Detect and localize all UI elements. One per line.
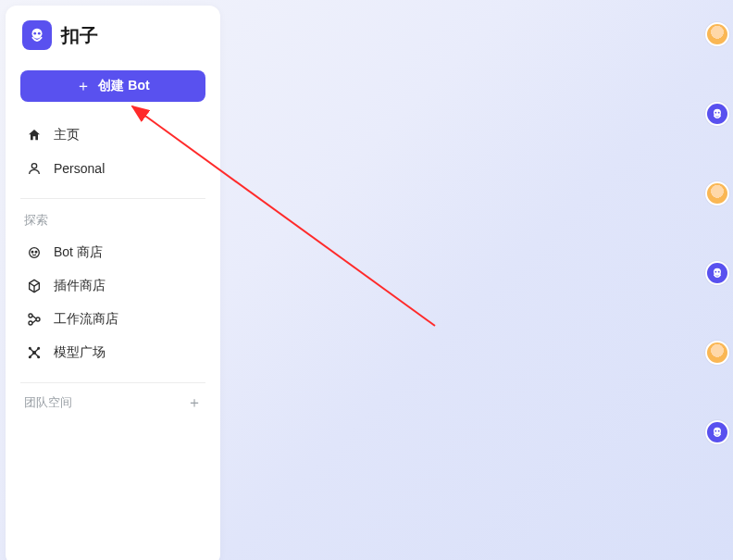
avatar[interactable] xyxy=(705,181,729,205)
divider xyxy=(20,382,205,383)
svg-point-13 xyxy=(29,356,31,358)
sidebar-item-model-arena[interactable]: 模型广场 xyxy=(20,336,205,369)
sidebar: 扣子 ＋ 创建 Bot 主页 Personal 探索 xyxy=(6,6,220,560)
avatar[interactable] xyxy=(705,341,729,365)
svg-point-22 xyxy=(714,430,716,432)
sidebar-item-label: 插件商店 xyxy=(54,278,106,294)
svg-point-21 xyxy=(714,428,721,435)
svg-point-4 xyxy=(30,248,40,258)
avatar-brand[interactable] xyxy=(705,102,729,126)
sidebar-item-bot-store[interactable]: Bot 商店 xyxy=(20,236,205,269)
team-space-section: 团队空间 ＋ xyxy=(20,394,205,411)
svg-point-7 xyxy=(29,314,32,317)
plus-icon: ＋ xyxy=(76,79,91,93)
svg-point-9 xyxy=(36,317,40,321)
workflow-store-icon xyxy=(26,311,43,328)
home-icon xyxy=(26,127,43,143)
svg-point-3 xyxy=(31,164,36,168)
avatar-brand[interactable] xyxy=(705,261,729,285)
svg-point-2 xyxy=(38,32,41,35)
svg-point-1 xyxy=(33,32,36,35)
sidebar-item-personal[interactable]: Personal xyxy=(20,152,205,185)
divider xyxy=(20,198,205,199)
avatar-brand[interactable] xyxy=(705,420,729,444)
svg-point-16 xyxy=(714,112,716,114)
svg-point-10 xyxy=(33,352,36,355)
svg-point-17 xyxy=(718,112,720,114)
create-bot-label: 创建 Bot xyxy=(98,78,149,94)
svg-point-14 xyxy=(38,356,40,358)
nav-primary: 主页 Personal xyxy=(20,118,205,185)
plugin-store-icon xyxy=(26,278,43,294)
svg-point-12 xyxy=(38,347,40,349)
add-team-space-button[interactable]: ＋ xyxy=(187,395,202,410)
create-bot-button[interactable]: ＋ 创建 Bot xyxy=(20,70,205,102)
brand-logo-icon xyxy=(27,25,47,45)
svg-point-18 xyxy=(714,268,721,276)
svg-point-23 xyxy=(718,430,720,432)
sidebar-item-label: 工作流商店 xyxy=(54,311,118,328)
brand-logo xyxy=(22,20,52,50)
sidebar-item-home[interactable]: 主页 xyxy=(20,118,205,152)
model-arena-icon xyxy=(26,344,43,361)
svg-point-5 xyxy=(31,252,33,254)
bot-store-icon xyxy=(26,244,43,261)
sidebar-item-label: 模型广场 xyxy=(54,344,106,361)
sidebar-item-label: 主页 xyxy=(54,127,80,143)
team-space-label: 团队空间 xyxy=(24,394,72,411)
nav-explore: Bot 商店 插件商店 工作流商店 模型广场 xyxy=(20,236,205,369)
sidebar-item-workflow-store[interactable]: 工作流商店 xyxy=(20,303,205,336)
sidebar-item-plugin-store[interactable]: 插件商店 xyxy=(20,269,205,303)
brand: 扣子 xyxy=(20,20,205,50)
sidebar-item-label: Bot 商店 xyxy=(54,244,103,261)
svg-point-15 xyxy=(714,109,721,117)
explore-section-label: 探索 xyxy=(20,210,205,236)
person-icon xyxy=(26,160,43,177)
avatar[interactable] xyxy=(705,22,729,46)
sidebar-item-label: Personal xyxy=(54,161,105,176)
svg-point-19 xyxy=(714,271,716,273)
right-rail xyxy=(702,0,733,560)
svg-point-6 xyxy=(35,252,37,254)
svg-point-20 xyxy=(718,271,720,273)
svg-point-0 xyxy=(32,29,43,39)
brand-name-text: 扣子 xyxy=(61,23,98,48)
svg-point-11 xyxy=(29,347,31,349)
svg-point-8 xyxy=(29,321,32,325)
